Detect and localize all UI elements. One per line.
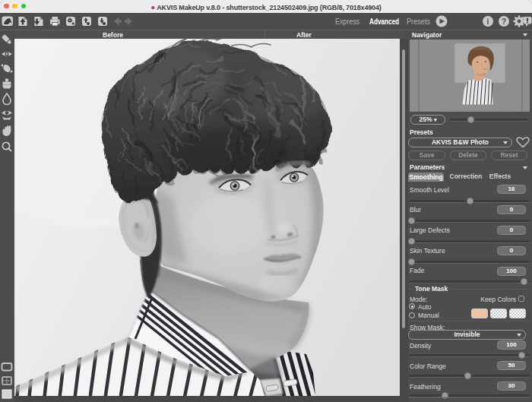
svg-text:Advanced: Advanced [369, 17, 399, 26]
svg-text:i: i [487, 17, 489, 26]
svg-text:Presets: Presets [407, 17, 430, 26]
svg-text:?: ? [502, 17, 506, 26]
svg-text:Express: Express [335, 17, 359, 26]
